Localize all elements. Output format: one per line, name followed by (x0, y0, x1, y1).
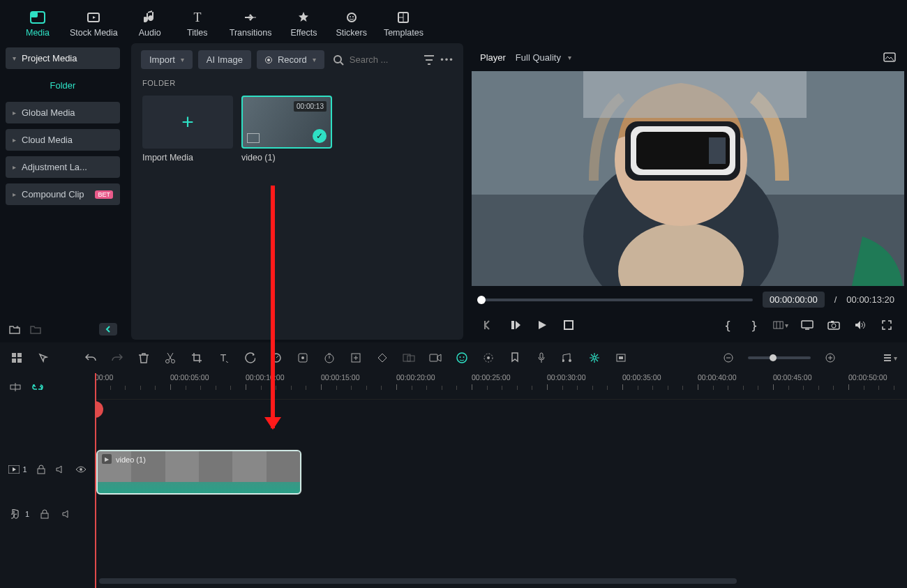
camera-tl-icon[interactable] (428, 351, 442, 365)
ai-icon[interactable] (455, 351, 469, 365)
volume-icon[interactable] (853, 317, 868, 333)
current-time: 00:00:00:00 (763, 292, 825, 308)
scrubber-track[interactable] (481, 299, 753, 301)
lock-icon[interactable] (38, 507, 52, 521)
svg-point-13 (334, 56, 341, 63)
sidebar-folder[interactable]: Folder (6, 75, 120, 96)
tab-templates[interactable]: Templates (377, 7, 430, 40)
import-button[interactable]: Import ▾ (141, 50, 193, 69)
svg-marker-28 (539, 321, 546, 329)
quality-dropdown[interactable]: Full Quality ▾ (516, 52, 571, 63)
duration-icon[interactable] (322, 351, 336, 365)
chevron-right-icon: ▸ (13, 190, 16, 198)
collapse-sidebar-button[interactable] (99, 323, 117, 336)
search-icon[interactable] (333, 54, 344, 66)
playhead[interactable] (95, 373, 96, 588)
ruler-tick: 00:00:40:00 (698, 373, 736, 382)
audio-track-header[interactable]: 1 (0, 500, 95, 528)
more-icon[interactable]: ••• (441, 54, 454, 66)
camera-icon[interactable] (826, 317, 841, 333)
mute-icon[interactable] (55, 462, 66, 476)
track-options-icon[interactable]: ▾ (883, 351, 897, 365)
tab-templates-label: Templates (384, 28, 423, 38)
timeline-ruler[interactable]: 00:0000:00:05:0000:00:10:0000:00:15:0000… (95, 373, 907, 400)
video-preview[interactable] (472, 71, 904, 286)
svg-rect-78 (41, 513, 48, 518)
monitor-icon[interactable] (800, 317, 815, 333)
sidebar-adjustment-layer[interactable]: ▸ Adjustment La... (6, 156, 120, 178)
tab-effects[interactable]: Effects (281, 7, 326, 40)
tab-titles[interactable]: T Titles (175, 7, 220, 40)
chain-icon[interactable] (31, 380, 45, 394)
speed-reverse-icon[interactable] (243, 351, 257, 365)
tab-stickers-label: Stickers (336, 28, 366, 38)
video-track-lane[interactable]: ▶ video (1) (95, 450, 907, 495)
play-icon[interactable] (534, 317, 550, 333)
sidebar-project-media[interactable]: ▾ Project Media (6, 47, 120, 69)
import-media-card[interactable]: + Import Media (142, 96, 233, 163)
tab-transitions[interactable]: Transitions (223, 7, 279, 40)
tab-stickers[interactable]: Stickers (329, 7, 373, 40)
sidebar-compound-clip[interactable]: ▸ Compound Clip BET (6, 183, 120, 205)
fit-icon[interactable] (349, 351, 363, 365)
stop-icon[interactable] (561, 317, 576, 333)
color-icon[interactable] (296, 351, 310, 365)
timeline-clip[interactable]: ▶ video (1) (96, 450, 301, 495)
text-icon[interactable]: T (216, 351, 230, 365)
redo-icon[interactable] (110, 351, 124, 365)
record-button[interactable]: Record ▾ (257, 50, 324, 69)
delete-folder-icon[interactable] (29, 323, 42, 336)
timeline-scrollbar[interactable] (95, 578, 907, 585)
tab-stock-media[interactable]: Stock Media (63, 7, 125, 40)
timeline-tracks[interactable]: 00:0000:00:05:0000:00:10:0000:00:15:0000… (95, 373, 907, 588)
freeze-icon[interactable] (402, 351, 416, 365)
scrubber-thumb[interactable] (477, 296, 486, 304)
chevron-down-icon: ▾ (568, 54, 571, 61)
speed-icon[interactable] (269, 351, 283, 365)
delete-icon[interactable] (137, 351, 151, 365)
filter-icon[interactable] (423, 54, 435, 66)
play-pause-icon[interactable] (508, 317, 523, 333)
fullscreen-icon[interactable] (879, 317, 894, 333)
scrollbar-thumb[interactable] (99, 578, 737, 584)
mute-icon[interactable] (60, 507, 74, 521)
svg-point-60 (562, 359, 564, 362)
ai-image-button[interactable]: AI Image (198, 50, 251, 69)
marker-icon[interactable] (508, 351, 522, 365)
ruler-tick: 00:00:10:00 (246, 373, 284, 382)
media-clip-card[interactable]: 00:00:13 ✓ video (1) (241, 96, 332, 163)
render-icon[interactable] (587, 351, 601, 365)
screenshot-icon[interactable] (883, 51, 896, 63)
zoom-out-icon[interactable] (721, 351, 735, 365)
undo-icon[interactable] (84, 351, 98, 365)
prev-frame-icon[interactable] (481, 317, 497, 333)
cut-icon[interactable] (163, 351, 177, 365)
zoom-slider[interactable] (748, 356, 811, 359)
crop-tl-icon[interactable] (614, 351, 628, 365)
video-track-header[interactable]: 1 (0, 455, 95, 483)
zoom-thumb[interactable] (770, 354, 777, 361)
keyframe-icon[interactable] (375, 351, 389, 365)
tab-audio[interactable]: Audio (128, 7, 172, 40)
tab-audio-label: Audio (139, 28, 161, 38)
sidebar-global-media[interactable]: ▸ Global Media (6, 102, 120, 123)
lock-icon[interactable] (36, 462, 47, 476)
zoom-in-icon[interactable] (823, 351, 837, 365)
select-tool-icon[interactable] (36, 351, 50, 365)
mark-in-icon[interactable]: { (720, 317, 735, 333)
new-folder-icon[interactable] (8, 323, 21, 336)
crop-icon[interactable] (190, 351, 204, 365)
mark-out-icon[interactable]: } (747, 317, 762, 333)
audio-sync-icon[interactable] (561, 351, 575, 365)
mic-icon[interactable] (534, 351, 548, 365)
ruler-tick: 00:00:25:00 (472, 373, 510, 382)
grid-icon[interactable] (10, 351, 24, 365)
tab-media[interactable]: Media (15, 7, 60, 40)
sidebar-cloud-media[interactable]: ▸ Cloud Media (6, 129, 120, 151)
eye-icon[interactable] (75, 462, 87, 476)
link-tracks-icon[interactable] (8, 380, 22, 394)
playhead-handle[interactable] (95, 401, 103, 418)
ratio-icon[interactable]: ▾ (773, 317, 788, 333)
search-input[interactable] (350, 54, 414, 65)
track-motion-icon[interactable] (481, 351, 495, 365)
